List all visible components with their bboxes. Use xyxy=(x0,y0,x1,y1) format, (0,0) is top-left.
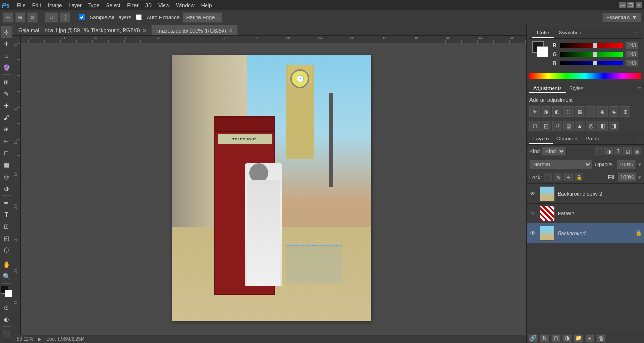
tool-gradient[interactable]: ▦ xyxy=(1,159,12,170)
tool-dodge[interactable]: ◑ xyxy=(1,182,12,194)
g-slider[interactable] xyxy=(560,52,623,57)
background-color[interactable] xyxy=(537,46,548,57)
adj-icon-curves[interactable]: ◐ xyxy=(552,106,562,117)
adj-icon-posterize[interactable]: ◱ xyxy=(541,121,551,131)
tool-screen-mode[interactable]: ⬛ xyxy=(1,328,12,339)
restore-button[interactable]: ❐ xyxy=(627,2,634,8)
tab-paths[interactable]: Paths xyxy=(582,134,603,144)
adj-icon-shadows[interactable]: ◨ xyxy=(609,121,619,131)
adj-icon-color-lookup[interactable]: ⊞ xyxy=(620,106,630,117)
brush-icon[interactable]: ⋮ xyxy=(60,12,70,23)
adj-icon-vibrance[interactable]: ◎ xyxy=(586,121,596,131)
menu-select[interactable]: Select xyxy=(103,1,124,9)
layer-visibility-pattern[interactable]: 👁 xyxy=(528,209,537,218)
tool-mode-standard[interactable]: ⊙ xyxy=(1,302,12,313)
tool-crop[interactable]: ⊞ xyxy=(1,76,12,88)
layer-fx-btn[interactable]: fx xyxy=(540,334,549,343)
tab-styles[interactable]: Styles xyxy=(566,84,587,93)
tab-gaja[interactable]: Gaja mai Linda 1.jpg @ 59,1% (Background… xyxy=(13,25,151,35)
adj-icon-hsl[interactable]: ⬡ xyxy=(563,106,574,117)
filter-icon-adjustment[interactable]: ◑ xyxy=(604,147,613,155)
essentials-button[interactable]: Essentials ▼ xyxy=(602,13,641,22)
adj-icon-brightness[interactable]: ☀ xyxy=(529,106,540,117)
tab-gaja-close[interactable]: ✕ xyxy=(142,28,146,33)
tool-quick-select[interactable]: 🔮 xyxy=(1,62,12,73)
lock-position-btn[interactable]: ✛ xyxy=(564,173,573,181)
tool-eyedropper[interactable]: ✎ xyxy=(1,88,12,99)
tool-text[interactable]: T xyxy=(1,209,12,220)
adj-icon-bw[interactable]: ≡ xyxy=(586,106,596,117)
tool-stamp[interactable]: ⊕ xyxy=(1,123,12,135)
adj-icon-gradient-map[interactable]: ▤ xyxy=(563,121,574,131)
adj-icon-threshold[interactable]: ↺ xyxy=(552,121,562,131)
tool-history-brush[interactable]: ↩ xyxy=(1,135,12,147)
fg-bg-colors-display[interactable] xyxy=(532,41,548,57)
adj-icon-channel-mixer[interactable]: ◈ xyxy=(609,106,619,117)
menu-view[interactable]: View xyxy=(155,1,173,9)
layer-folder-btn[interactable]: 📁 xyxy=(574,334,583,343)
auto-enhance-checkbox[interactable] xyxy=(136,14,142,20)
menu-image[interactable]: Image xyxy=(44,1,66,9)
layer-item-pattern[interactable]: 👁 Pattern xyxy=(527,204,644,223)
layer-item-background-copy-2[interactable]: 👁 Background copy 2 xyxy=(527,184,644,204)
tool-mode-quick[interactable]: ◐ xyxy=(1,313,12,325)
tool-move[interactable]: ✛ xyxy=(1,38,12,49)
layer-item-background[interactable]: 👁 Background 🔒 xyxy=(527,223,644,243)
adj-icon-invert[interactable]: ◻ xyxy=(529,121,540,131)
kind-select[interactable]: Kind xyxy=(542,147,566,156)
filter-icon-shape[interactable]: ◱ xyxy=(623,147,632,155)
menu-help[interactable]: Help xyxy=(198,1,215,9)
tab-images[interactable]: images.jpg @ 100% (RGB/8#) ✕ xyxy=(151,25,238,35)
tool-brush[interactable]: 🖌 xyxy=(1,112,12,123)
menu-type[interactable]: Type xyxy=(85,1,103,9)
lock-pixels-btn[interactable]: ✎ xyxy=(554,173,562,181)
adj-icon-color-balance[interactable]: ▦ xyxy=(575,106,585,117)
menu-3d[interactable]: 3D xyxy=(142,1,155,9)
tool-icon-2[interactable]: ⊕ xyxy=(15,12,25,23)
tool-selection[interactable]: ⊹ xyxy=(1,26,12,38)
tool-icon-1[interactable]: ⊹ xyxy=(3,12,13,23)
canvas-viewport[interactable]: TELEPHONE 🕑 xyxy=(21,43,526,335)
tool-hand[interactable]: ✋ xyxy=(1,259,12,270)
menu-window[interactable]: Window xyxy=(173,1,198,9)
tool-eraser[interactable]: ◻ xyxy=(1,147,12,158)
fg-bg-colors[interactable] xyxy=(1,286,12,297)
tool-icon-3[interactable]: ⊗ xyxy=(27,12,38,23)
status-arrow[interactable]: ▶ xyxy=(38,336,41,342)
tab-images-close[interactable]: ✕ xyxy=(229,28,232,33)
tool-3d[interactable]: ⬡ xyxy=(1,244,12,255)
tool-lasso[interactable]: ⌂ xyxy=(1,50,12,61)
tool-path[interactable]: ⊡ xyxy=(1,220,12,232)
layer-new-btn[interactable]: + xyxy=(585,334,594,343)
color-spectrum[interactable] xyxy=(529,73,641,79)
tab-layers[interactable]: Layers xyxy=(529,134,553,144)
tool-shape[interactable]: ◱ xyxy=(1,232,12,244)
filter-icon-smart[interactable]: ◎ xyxy=(633,147,641,155)
fill-value[interactable]: 100% xyxy=(618,172,636,182)
adj-panel-collapse[interactable]: ≡ xyxy=(638,85,641,92)
filter-icon-type[interactable]: T xyxy=(614,147,622,155)
opacity-value[interactable]: 100% xyxy=(617,160,636,169)
menu-file[interactable]: File xyxy=(14,1,29,9)
layer-adjustment-btn[interactable]: ◑ xyxy=(562,334,572,343)
layers-panel-collapse[interactable]: ≡ xyxy=(638,136,641,142)
opacity-dropdown[interactable]: ▾ xyxy=(638,162,641,168)
tab-swatches[interactable]: Swatches xyxy=(554,28,586,38)
color-panel-collapse[interactable]: ≡ xyxy=(635,30,638,36)
lock-all-btn[interactable]: 🔒 xyxy=(575,173,583,181)
adj-icon-exposure[interactable]: ◧ xyxy=(597,121,608,131)
tool-blur[interactable]: ◎ xyxy=(1,171,12,182)
tab-adjustments[interactable]: Adjustments xyxy=(529,84,566,93)
sample-all-layers-checkbox[interactable] xyxy=(79,14,85,20)
menu-layer[interactable]: Layer xyxy=(65,1,85,9)
minimize-button[interactable]: — xyxy=(619,2,626,8)
brush-size-value[interactable]: 3 xyxy=(45,12,58,23)
menu-edit[interactable]: Edit xyxy=(29,1,44,9)
tool-healing[interactable]: ✚ xyxy=(1,100,12,111)
refine-edge-button[interactable]: Refine Edge... xyxy=(183,12,223,23)
close-button[interactable]: ✕ xyxy=(636,2,642,8)
layer-visibility-background[interactable]: 👁 xyxy=(528,229,537,237)
r-slider[interactable] xyxy=(560,43,623,48)
adj-icon-selective-color[interactable]: ▲ xyxy=(575,121,585,131)
adj-icon-photo-filter[interactable]: ◉ xyxy=(597,106,608,117)
